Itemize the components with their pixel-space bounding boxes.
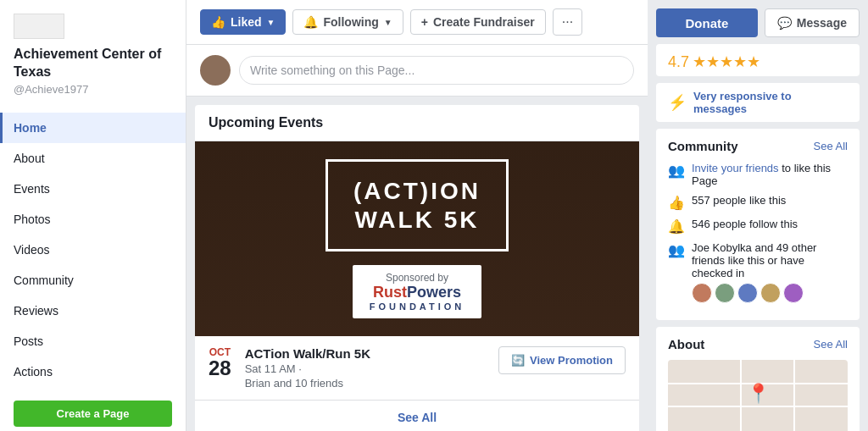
about-see-all[interactable]: See All xyxy=(814,338,848,351)
follows-count: 546 people follow this xyxy=(692,218,798,230)
write-post-section: Write something on this Page... xyxy=(186,45,648,97)
following-caret-icon: ▼ xyxy=(384,18,392,27)
responsive-text: Very responsive to messages xyxy=(693,90,848,115)
responsive-box: ⚡ Very responsive to messages xyxy=(656,83,860,122)
create-fundraiser-button[interactable]: + Create Fundraiser xyxy=(410,9,546,35)
community-title: Community xyxy=(668,139,738,153)
community-invite-item: 👥 Invite your friends to like this Page xyxy=(668,162,848,187)
friend-avatar-4 xyxy=(760,283,781,303)
create-page-section: Create a Page xyxy=(14,401,172,427)
people-icon: 👥 xyxy=(668,163,685,179)
liked-button[interactable]: 👍 Liked ▼ xyxy=(200,9,286,35)
sidebar-profile: Achievement Center of Texas @Achieve1977 xyxy=(0,0,186,106)
following-button[interactable]: 🔔 Following ▼ xyxy=(292,9,403,35)
sponsor-foundation: FOUNDATION xyxy=(370,301,465,312)
about-title: About xyxy=(668,337,704,351)
more-options-button[interactable]: ··· xyxy=(553,8,582,36)
event-friends: Brian and 10 friends xyxy=(245,377,485,390)
map-preview[interactable]: 📍 xyxy=(668,360,848,431)
star-icons: ★★★★★ xyxy=(693,52,760,71)
follow-icon: 🔔 xyxy=(668,218,685,235)
responsive-icon: ⚡ xyxy=(668,93,687,112)
event-day: 28 xyxy=(209,358,231,379)
map-pin-icon: 📍 xyxy=(747,383,770,405)
community-friends-item: 👥 Joe Kobylka and 49 other friends like … xyxy=(668,241,848,303)
sidebar-nav: Home About Events Photos Videos Communit… xyxy=(0,113,186,387)
sidebar: Achievement Center of Texas @Achieve1977… xyxy=(0,0,186,431)
event-date: Oct 28 xyxy=(209,346,231,379)
liked-caret-icon: ▼ xyxy=(267,18,275,27)
user-avatar xyxy=(200,55,231,86)
event-banner: (ACT)ION WALK 5K Sponsored by RustPowers… xyxy=(195,141,639,336)
community-likes-item: 👍 557 people like this xyxy=(668,194,848,211)
sponsor-powers: Powers xyxy=(407,284,461,301)
community-follows-item: 🔔 546 people follow this xyxy=(668,218,848,235)
event-name: ACTion Walk/Run 5K xyxy=(245,346,485,361)
events-section: Upcoming Events (ACT)ION WALK 5K Sponsor… xyxy=(195,105,639,431)
page-name: Achievement Center of Texas xyxy=(14,46,172,81)
map-road-h2 xyxy=(668,406,848,407)
events-header: Upcoming Events xyxy=(195,105,639,141)
event-sponsor: Sponsored by RustPowers FOUNDATION xyxy=(353,265,482,318)
friend-avatar-2 xyxy=(715,283,735,303)
sponsor-label: Sponsored by xyxy=(370,272,465,284)
event-time: Sat 11 AM · xyxy=(245,362,485,375)
friend-avatar-1 xyxy=(692,283,712,303)
about-box: About See All 📍 📍 2950 N Shiloh Rd Garla… xyxy=(656,327,860,431)
sidebar-item-events[interactable]: Events xyxy=(0,174,186,204)
sidebar-item-about[interactable]: About xyxy=(0,143,186,174)
rating-stars: 4.7 ★★★★★ xyxy=(668,52,848,71)
right-top-actions: Donate 💬 Message xyxy=(656,0,860,44)
event-title-line1: (ACT)ION xyxy=(353,177,481,206)
map-road-v2 xyxy=(793,360,795,431)
community-box: Community See All 👥 Invite your friends … xyxy=(656,129,860,320)
event-title-line2: WALK 5K xyxy=(353,206,481,235)
message-button[interactable]: 💬 Message xyxy=(765,8,860,37)
map-road-v1 xyxy=(740,360,742,431)
thumbs-up-community-icon: 👍 xyxy=(668,195,685,211)
events-see-all[interactable]: See All xyxy=(195,400,639,431)
sponsor-rust: Rust xyxy=(373,284,407,301)
friend-avatars xyxy=(692,283,848,303)
plus-icon: + xyxy=(421,15,428,29)
friends-icon: 👥 xyxy=(668,242,685,258)
sponsor-name: RustPowers FOUNDATION xyxy=(370,284,465,312)
create-page-button[interactable]: Create a Page xyxy=(14,401,172,427)
rating-box: 4.7 ★★★★★ xyxy=(656,44,860,76)
about-header: About See All xyxy=(668,337,848,351)
write-post-input[interactable]: Write something on this Page... xyxy=(239,56,634,85)
promotion-icon: 🔄 xyxy=(511,354,525,367)
thumbs-up-icon: 👍 xyxy=(211,15,225,29)
event-title-box: (ACT)ION WALK 5K xyxy=(326,159,509,251)
friend-avatar-3 xyxy=(737,283,758,303)
event-action: 🔄 View Promotion xyxy=(498,346,626,374)
sidebar-item-videos[interactable]: Videos xyxy=(0,235,186,265)
top-bar: 👍 Liked ▼ 🔔 Following ▼ + Create Fundrai… xyxy=(186,0,648,45)
community-see-all[interactable]: See All xyxy=(814,140,848,152)
sidebar-item-actions[interactable]: Actions xyxy=(0,356,186,387)
page-username: @Achieve1977 xyxy=(14,83,172,96)
likes-count: 557 people like this xyxy=(692,194,786,207)
sidebar-item-community[interactable]: Community xyxy=(0,265,186,296)
invite-friends-link[interactable]: Invite your friends xyxy=(692,162,779,174)
friend-avatar-5 xyxy=(783,283,804,303)
sidebar-item-reviews[interactable]: Reviews xyxy=(0,296,186,326)
main-content: 👍 Liked ▼ 🔔 Following ▼ + Create Fundrai… xyxy=(186,0,648,431)
community-header: Community See All xyxy=(668,139,848,153)
following-icon: 🔔 xyxy=(303,15,318,29)
event-details: Oct 28 ACTion Walk/Run 5K Sat 11 AM · Br… xyxy=(195,336,639,400)
sidebar-item-posts[interactable]: Posts xyxy=(0,326,186,356)
view-promotion-button[interactable]: 🔄 View Promotion xyxy=(498,346,626,374)
right-panel: Donate 💬 Message 4.7 ★★★★★ ⚡ Very respon… xyxy=(648,0,868,431)
sidebar-item-photos[interactable]: Photos xyxy=(0,204,186,235)
friends-text: Joe Kobylka and 49 other friends like th… xyxy=(692,241,848,279)
profile-image xyxy=(14,14,64,39)
rating-number: 4.7 xyxy=(668,53,689,71)
sidebar-item-home[interactable]: Home xyxy=(0,113,186,143)
message-icon: 💬 xyxy=(777,16,792,30)
donate-button[interactable]: Donate xyxy=(656,8,758,37)
event-info: ACTion Walk/Run 5K Sat 11 AM · Brian and… xyxy=(245,346,485,390)
